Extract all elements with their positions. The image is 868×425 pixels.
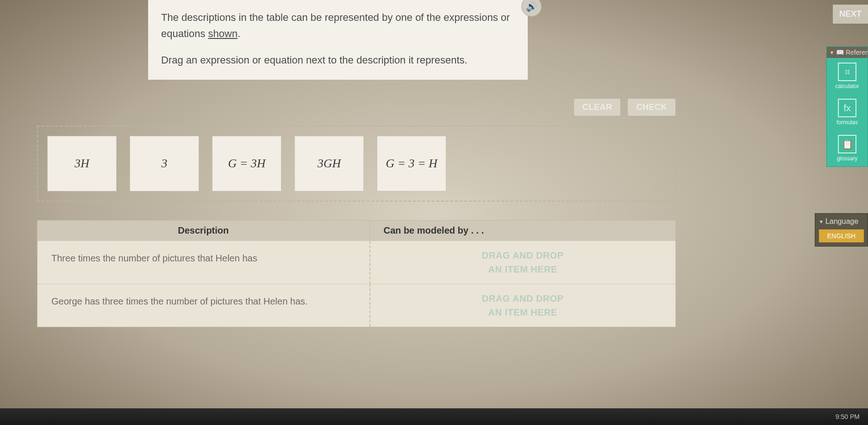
tile-g-eq-3h[interactable]: G = 3H <box>212 136 281 191</box>
tile-3gh[interactable]: 3GH <box>294 136 364 191</box>
prompt-line-2: Drag an expression or equation next to t… <box>161 52 515 68</box>
reference-title: Reference <box>846 49 868 56</box>
header-description: Description <box>37 221 369 241</box>
clear-button[interactable]: CLEAR <box>574 98 621 116</box>
drop-line-2: AN ITEM HERE <box>488 264 557 274</box>
taskbar-clock: 9:50 PM <box>836 413 860 420</box>
tile-tray: 3H 3 G = 3H 3GH G = 3 = H <box>37 126 676 202</box>
shown-link[interactable]: shown <box>208 28 238 39</box>
language-title: Language <box>825 217 858 226</box>
drop-line-2: AN ITEM HERE <box>488 307 557 317</box>
glossary-tool[interactable]: 📋 glossary <box>827 130 868 166</box>
table-header: Description Can be modeled by . . . <box>37 221 675 241</box>
formulas-tool[interactable]: fx formulas <box>827 94 868 130</box>
row2-drop-target[interactable]: DRAG AND DROP AN ITEM HERE <box>369 284 675 327</box>
main-content: 🔊 The descriptions in the table can be r… <box>37 0 676 327</box>
speaker-icon: 🔊 <box>526 0 537 14</box>
reference-header[interactable]: ▼ 📖 Reference <box>827 47 868 58</box>
taskbar: 9:50 PM <box>0 408 868 425</box>
language-panel: ▼ Language ENGLISH <box>815 213 868 247</box>
reference-panel: ▼ 📖 Reference ⌗ calculator fx formulas 📋… <box>826 46 868 167</box>
next-button[interactable]: NEXT <box>833 5 868 24</box>
chevron-down-icon: ▼ <box>830 50 834 55</box>
row1-description: Three times the number of pictures that … <box>37 241 369 284</box>
table-row: George has three times the number of pic… <box>37 284 675 327</box>
formulas-label: formulas <box>837 119 858 126</box>
prompt-line-1: The descriptions in the table can be rep… <box>161 9 515 42</box>
book-icon: 📖 <box>836 49 844 56</box>
calculator-label: calculator <box>835 83 859 89</box>
prompt-text-end: . <box>237 28 240 39</box>
audio-button[interactable]: 🔊 <box>521 0 542 17</box>
drop-line-1: DRAG AND DROP <box>482 250 564 260</box>
calculator-icon: ⌗ <box>838 63 856 81</box>
row1-drop-target[interactable]: DRAG AND DROP AN ITEM HERE <box>369 241 675 284</box>
drop-placeholder: DRAG AND DROP AN ITEM HERE <box>375 292 671 319</box>
drop-line-1: DRAG AND DROP <box>482 293 564 304</box>
language-header[interactable]: ▼ Language <box>819 217 864 226</box>
description-table: Description Can be modeled by . . . Thre… <box>37 220 676 327</box>
check-button[interactable]: CHECK <box>627 98 676 116</box>
header-modeled-by: Can be modeled by . . . <box>369 221 675 241</box>
drop-placeholder: DRAG AND DROP AN ITEM HERE <box>375 248 671 276</box>
chevron-down-icon: ▼ <box>819 219 824 224</box>
prompt-box: 🔊 The descriptions in the table can be r… <box>148 0 528 80</box>
action-row: CLEAR CHECK <box>37 98 676 116</box>
tile-3[interactable]: 3 <box>130 136 199 191</box>
tile-g-eq-3-eq-h[interactable]: G = 3 = H <box>377 136 446 191</box>
table-row: Three times the number of pictures that … <box>37 241 675 284</box>
formulas-icon: fx <box>838 99 856 117</box>
calculator-tool[interactable]: ⌗ calculator <box>827 58 868 94</box>
tile-3h[interactable]: 3H <box>47 136 117 191</box>
english-button[interactable]: ENGLISH <box>819 229 864 242</box>
glossary-icon: 📋 <box>838 135 856 153</box>
glossary-label: glossary <box>837 155 858 162</box>
row2-description: George has three times the number of pic… <box>37 284 369 327</box>
